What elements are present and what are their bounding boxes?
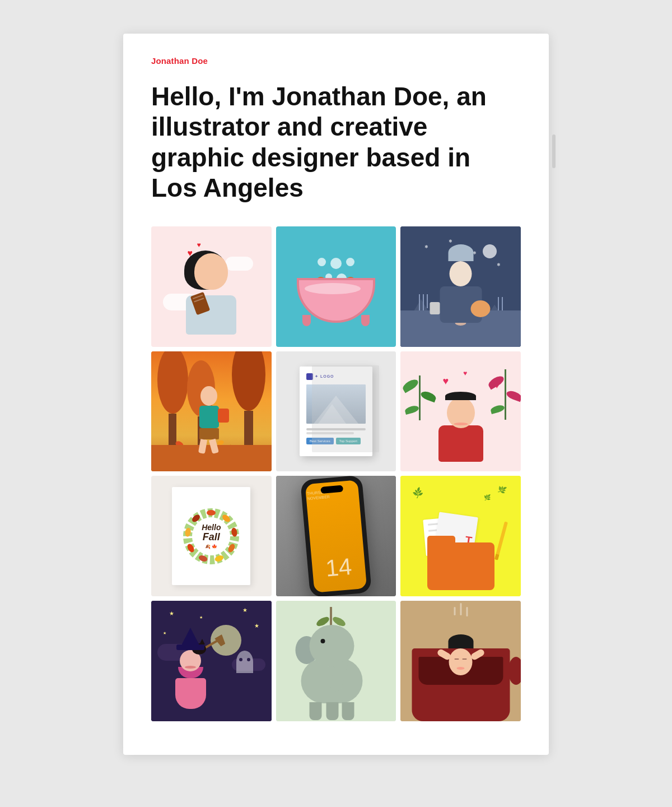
pencil — [494, 521, 508, 560]
phone-date-number: 14 — [325, 555, 353, 581]
heart-icon: ♥ — [442, 375, 449, 387]
portfolio-item-5[interactable]: ✦ LOGO Best Services Top Support — [276, 351, 396, 472]
portfolio-item-12[interactable] — [400, 601, 521, 721]
star: ★ — [199, 615, 203, 620]
winter-person — [440, 244, 482, 323]
scrollbar[interactable] — [552, 134, 556, 168]
star: ★ — [163, 631, 166, 636]
folder — [427, 536, 494, 590]
portfolio-item-9[interactable]: 🌿 🌿 🌿 T — [400, 476, 521, 596]
portfolio-item-4[interactable] — [151, 351, 272, 472]
svg-point-1 — [207, 510, 216, 516]
branch-right — [505, 369, 506, 420]
portfolio-item-2[interactable] — [276, 226, 396, 347]
branch-left — [419, 375, 421, 420]
steam — [454, 607, 468, 616]
snowflake: ❄ — [497, 262, 501, 267]
portfolio-item-7[interactable]: Hello Fall 🍂 🍁 — [151, 476, 272, 596]
star: ★ — [254, 623, 259, 629]
fall-text-content: Hello Fall 🍂 🍁 — [202, 523, 221, 549]
leaf-icon: 🌿 — [484, 494, 491, 500]
snowflake: ❄ — [424, 244, 428, 249]
tree-right — [232, 351, 265, 448]
leaf-icon: 🌿 — [497, 484, 507, 494]
ghost — [236, 651, 253, 673]
moon — [483, 244, 497, 258]
phone-device: THURSDAYNOVEMBER 14 — [300, 476, 372, 596]
person-in-cup — [448, 634, 473, 675]
portfolio-item-6[interactable]: ♥ ♥ ♥ — [400, 351, 521, 472]
star: ★ — [242, 607, 248, 613]
heart-icon: ♥ — [197, 241, 201, 249]
snowflake: ❄ — [449, 239, 452, 244]
character-figure — [186, 253, 236, 335]
portfolio-item-10[interactable]: ★ ★ ★ ★ ★ — [151, 601, 272, 721]
portfolio-item-8[interactable]: THURSDAYNOVEMBER 14 — [276, 476, 396, 596]
star: ★ — [169, 610, 174, 616]
heart-icon: ♥ — [463, 369, 467, 377]
phone-screen: THURSDAYNOVEMBER 14 — [305, 480, 367, 592]
head — [194, 253, 228, 290]
portfolio-item-11[interactable] — [276, 601, 396, 721]
bathtub-feet — [302, 315, 370, 326]
child-character — [199, 386, 219, 453]
girl-character — [438, 392, 483, 462]
page-card: Jonathan Doe Hello, I'm Jonathan Doe, an… — [123, 34, 549, 755]
elephant-body — [309, 625, 362, 703]
svg-point-3 — [231, 527, 238, 537]
brand-name[interactable]: Jonathan Doe — [151, 56, 521, 66]
portfolio-item-1[interactable]: ♥ ♥ — [151, 226, 272, 347]
hero-title: Hello, I'm Jonathan Doe, an illustrator … — [151, 81, 487, 203]
portfolio-grid: ♥ ♥ — [151, 226, 521, 721]
portfolio-item-3[interactable]: ❄ ❄ ❄ ❄ — [400, 226, 521, 347]
wreath: Hello Fall 🍂 🍁 — [180, 505, 242, 567]
fall-card: Hello Fall 🍂 🍁 — [172, 487, 250, 585]
tree-left-1 — [157, 351, 188, 448]
brochure-shadow — [312, 365, 379, 452]
leaf-icon: 🌿 — [411, 486, 424, 499]
